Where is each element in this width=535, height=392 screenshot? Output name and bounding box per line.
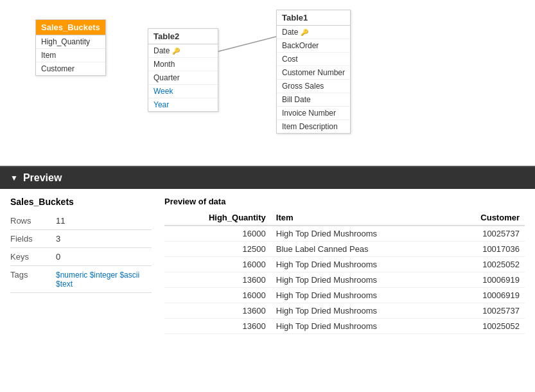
meta-row-tags: Tags $numeric $integer $ascii $text [10,266,152,293]
field-customer: Customer [36,62,105,75]
key-icon: 🔑 [172,48,180,55]
meta-row-rows: Rows 11 [10,212,152,230]
preview-arrow-icon: ▼ [10,174,18,183]
cell-high-quantity: 12500 [164,242,271,257]
col-header-high-quantity: High_Quantity [164,210,271,226]
table-row: 13600 High Top Dried Mushrooms 10025737 [164,303,525,319]
table-row: 16000 High Top Dried Mushrooms 10025737 [164,226,525,242]
field-item-description: Item Description [277,120,350,133]
table-table1: Table1 Date 🔑 BackOrder Cost Customer Nu… [276,10,351,134]
tags-label: Tags [10,270,46,280]
cell-customer: 10025052 [447,319,525,334]
keys-label: Keys [10,252,46,262]
col-header-customer: Customer [447,210,525,226]
cell-item: High Top Dried Mushrooms [271,272,447,288]
cell-high-quantity: 16000 [164,257,271,272]
field-customer-number: Customer Number [277,66,350,80]
field-backorder: BackOrder [277,39,350,53]
table-row: 16000 High Top Dried Mushrooms 10006919 [164,288,525,303]
cell-high-quantity: 13600 [164,303,271,319]
preview-header: ▼ Preview [0,167,535,189]
cell-item: High Top Dried Mushrooms [271,257,447,272]
cell-high-quantity: 13600 [164,319,271,334]
data-table: High_Quantity Item Customer 16000 High T… [164,210,525,334]
table-header-row: High_Quantity Item Customer [164,210,525,226]
field-item: Item [36,49,105,62]
field-bill-date: Bill Date [277,93,350,107]
table-sales-buckets: Sales_Buckets High_Quantity Item Custome… [35,19,106,76]
keys-value: 0 [56,252,60,262]
field-table2-month: Month [148,58,218,71]
field-table2-date: Date 🔑 [148,44,218,58]
meta-row-fields: Fields 3 [10,230,152,248]
meta-row-keys: Keys 0 [10,248,152,266]
cell-item: High Top Dried Mushrooms [271,226,447,242]
field-cost: Cost [277,53,350,66]
meta-title: Sales_Buckets [10,197,152,207]
diagram-area: Sales_Buckets High_Quantity Item Custome… [0,0,535,167]
cell-high-quantity: 13600 [164,272,271,288]
cell-item: High Top Dried Mushrooms [271,288,447,303]
cell-customer: 10025052 [447,257,525,272]
tags-value: $numeric $integer $ascii $text [56,271,152,289]
table-table1-header: Table1 [277,10,350,26]
table-row: 12500 Blue Label Canned Peas 10017036 [164,242,525,257]
table-table2: Table2 Date 🔑 Month Quarter Week Year [148,28,218,112]
meta-panel: Sales_Buckets Rows 11 Fields 3 Keys 0 Ta… [10,197,152,392]
cell-customer: 10025737 [447,226,525,242]
cell-high-quantity: 16000 [164,288,271,303]
field-table1-date: Date 🔑 [277,26,350,39]
key-icon-2: 🔑 [301,29,308,36]
cell-customer: 10006919 [447,288,525,303]
field-table2-quarter: Quarter [148,71,218,85]
rows-label: Rows [10,216,46,226]
col-header-item: Item [271,210,447,226]
data-preview-title: Preview of data [164,197,525,206]
field-invoice-number: Invoice Number [277,107,350,120]
fields-value: 3 [56,234,60,244]
data-panel: Preview of data High_Quantity Item Custo… [164,197,525,392]
field-high-quantity: High_Quantity [36,35,105,49]
table-table2-header: Table2 [148,29,218,44]
svg-line-0 [218,37,276,51]
cell-customer: 10025737 [447,303,525,319]
cell-item: High Top Dried Mushrooms [271,303,447,319]
cell-customer: 10017036 [447,242,525,257]
field-table2-year: Year [148,98,218,111]
cell-high-quantity: 16000 [164,226,271,242]
table-row: 13600 High Top Dried Mushrooms 10006919 [164,272,525,288]
fields-label: Fields [10,234,46,244]
preview-title: Preview [23,172,62,184]
field-gross-sales: Gross Sales [277,80,350,93]
preview-content: Sales_Buckets Rows 11 Fields 3 Keys 0 Ta… [0,189,535,392]
cell-item: Blue Label Canned Peas [271,242,447,257]
rows-value: 11 [56,216,65,226]
table-row: 13600 High Top Dried Mushrooms 10025052 [164,319,525,334]
table-sales-buckets-header: Sales_Buckets [36,20,105,35]
cell-item: High Top Dried Mushrooms [271,319,447,334]
table-row: 16000 High Top Dried Mushrooms 10025052 [164,257,525,272]
cell-customer: 10006919 [447,272,525,288]
field-table2-week: Week [148,85,218,98]
